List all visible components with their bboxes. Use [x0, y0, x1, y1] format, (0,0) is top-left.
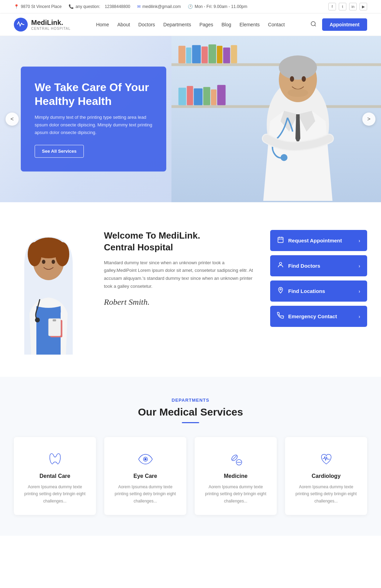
svg-rect-11: [223, 47, 230, 63]
appointment-button[interactable]: Appointment: [322, 18, 367, 31]
services-grid: Dental Care Aorem Ipsumea dummy texte pr…: [14, 437, 367, 515]
svg-point-21: [279, 55, 317, 80]
nav-pages[interactable]: Pages: [200, 22, 213, 27]
svg-rect-10: [217, 46, 222, 63]
hours-item: 🕐 Mon - Fri: 9.00am - 11.00pm: [188, 4, 247, 9]
svg-point-31: [52, 260, 55, 264]
doctor-female-svg: [14, 223, 83, 355]
clock-icon: 🕐: [188, 4, 193, 9]
svg-point-41: [280, 288, 281, 290]
hero-content-box: We Take Care Of Your Healthy Health Mimp…: [21, 66, 166, 171]
svg-rect-7: [192, 45, 201, 63]
title-underline: [182, 422, 199, 423]
search-icon[interactable]: [310, 21, 317, 28]
svg-point-40: [280, 262, 282, 265]
svg-rect-13: [178, 88, 186, 105]
action-btn-left: Request Appointment: [277, 236, 342, 245]
medicine-icon: [202, 451, 270, 467]
email-item: ✉ medilink@gmail.com: [137, 4, 181, 9]
service-card-cardiology: Cardiology Aorem Ipsumea dummy texte pri…: [285, 437, 367, 515]
svg-line-1: [314, 25, 316, 26]
logo-text: MediLink. CENTRAL HOSPITAL: [31, 19, 71, 30]
svg-rect-16: [203, 87, 210, 105]
hero-title: We Take Care Of Your Healthy Health: [35, 80, 152, 108]
location-pin-icon: [277, 287, 284, 295]
medicine-title: Medicine: [202, 473, 270, 479]
service-card-dental: Dental Care Aorem Ipsumea dummy texte pr…: [14, 437, 96, 515]
nav-blog[interactable]: Blog: [221, 22, 231, 27]
cardiology-icon: [292, 451, 360, 467]
eye-title: Eye Care: [111, 473, 179, 479]
nav-links: Home About Doctors Departments Pages Blo…: [96, 22, 285, 27]
nav-about[interactable]: About: [117, 22, 130, 27]
svg-point-24: [287, 89, 308, 97]
linkedin-icon[interactable]: in: [349, 3, 357, 10]
signature: Robert Smith.: [104, 297, 256, 307]
dental-icon: [21, 451, 89, 467]
action-btn-left: Find Doctors: [277, 261, 320, 270]
svg-rect-8: [202, 46, 208, 63]
emergency-contact-button[interactable]: Emergency Contact ›: [270, 306, 367, 327]
phone-emergency-icon: [277, 312, 284, 321]
nav-elements[interactable]: Elements: [239, 22, 259, 27]
logo-icon: [14, 18, 28, 32]
welcome-description: Mtandard dummy texr since when an unknow…: [104, 259, 256, 291]
email-text: medilink@gmail.com: [142, 4, 181, 9]
eye-icon: [111, 451, 179, 467]
svg-rect-6: [186, 47, 191, 63]
find-locations-label: Find Locations: [288, 288, 325, 294]
nav-right: Appointment: [310, 18, 367, 31]
svg-rect-17: [211, 89, 216, 105]
arrow-right-icon: ›: [358, 263, 360, 269]
youtube-icon[interactable]: ▶: [360, 3, 367, 10]
request-appointment-button[interactable]: Request Appointment ›: [270, 230, 367, 251]
logo-subtitle: CENTRAL HOSPITAL: [31, 27, 71, 30]
service-card-eye: Eye Care Aorem Ipsumea dummy texte print…: [104, 437, 186, 515]
see-all-services-button[interactable]: See All Services: [35, 145, 84, 158]
twitter-icon[interactable]: t: [339, 3, 346, 10]
nav-departments[interactable]: Departments: [163, 22, 191, 27]
facebook-icon[interactable]: f: [328, 3, 336, 10]
nav-home[interactable]: Home: [96, 22, 109, 27]
top-bar-left: 📍 9870 St Vincent Place 📞 any question: …: [14, 4, 247, 9]
svg-rect-35: [53, 319, 56, 321]
welcome-section: Welcome To MediLink.Central Hospital Mta…: [0, 202, 381, 377]
dental-title: Dental Care: [21, 473, 89, 479]
departments-section: Departments Our Medical Services Dental …: [0, 377, 381, 536]
welcome-title: Welcome To MediLink.Central Hospital: [104, 230, 256, 253]
svg-point-29: [55, 242, 69, 266]
hero-doctor-image: [236, 42, 360, 202]
location-icon: 📍: [14, 4, 19, 9]
find-doctors-button[interactable]: Find Doctors ›: [270, 255, 367, 276]
svg-point-43: [144, 458, 146, 460]
svg-point-23: [302, 76, 306, 82]
hero-description: Mimply dummy text of the printing type s…: [35, 114, 152, 136]
nav-contact[interactable]: Contact: [268, 22, 285, 27]
social-links[interactable]: f t in ▶: [328, 3, 367, 10]
service-card-medicine: Medicine Aorem Ipsumea dummy texte print…: [195, 437, 277, 515]
emergency-contact-label: Emergency Contact: [288, 313, 337, 319]
svg-rect-5: [178, 46, 185, 63]
svg-rect-9: [209, 44, 216, 63]
logo[interactable]: MediLink. CENTRAL HOSPITAL: [14, 18, 71, 32]
svg-point-0: [311, 21, 315, 26]
nav-doctors[interactable]: Doctors: [138, 22, 155, 27]
svg-rect-36: [278, 237, 283, 242]
cardiology-title: Cardiology: [292, 473, 360, 479]
welcome-actions: Request Appointment › Find Doctors ›: [270, 223, 367, 356]
action-btn-left: Find Locations: [277, 287, 325, 295]
svg-point-22: [290, 76, 294, 82]
phone-number: 12388448800: [105, 4, 130, 9]
find-locations-button[interactable]: Find Locations ›: [270, 280, 367, 302]
phone-label: any question:: [76, 4, 100, 9]
svg-point-32: [35, 318, 40, 322]
departments-label: Departments: [14, 398, 367, 403]
arrow-right-icon: ›: [358, 288, 360, 294]
navbar: MediLink. CENTRAL HOSPITAL Home About Do…: [0, 14, 381, 36]
cardiology-desc: Aorem Ipsumea dummy texte printing setti…: [292, 483, 360, 505]
hero-prev-button[interactable]: <: [6, 113, 19, 126]
hero-next-button[interactable]: >: [362, 113, 375, 126]
eye-desc: Aorem Ipsumea dummy texte printing setti…: [111, 483, 179, 505]
svg-point-25: [281, 154, 287, 161]
calendar-icon: [277, 236, 284, 245]
